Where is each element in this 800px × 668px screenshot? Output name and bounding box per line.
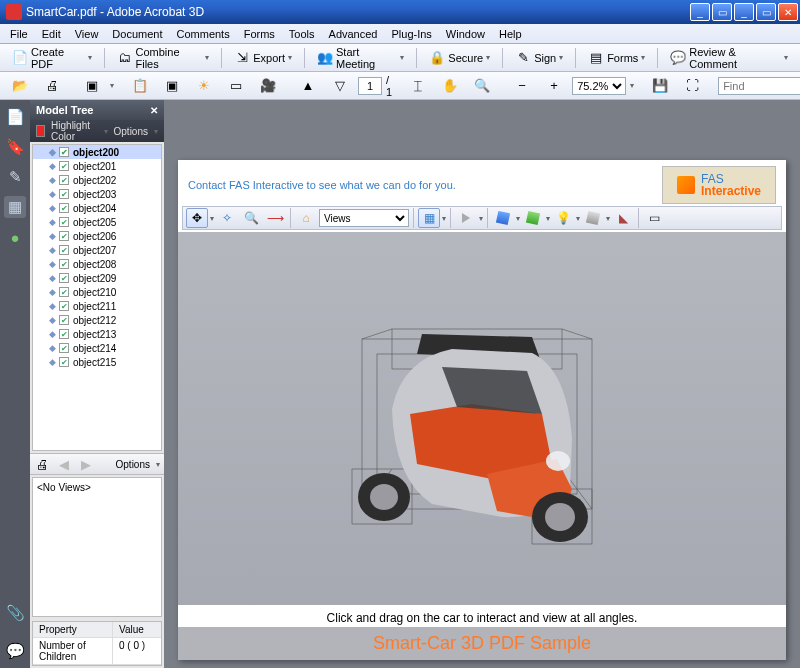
- tree-item-object212[interactable]: ◆✔object212: [33, 313, 161, 327]
- create-pdf-button[interactable]: 📄Create PDF ▾: [6, 43, 98, 73]
- tree-item-object210[interactable]: ◆✔object210: [33, 285, 161, 299]
- tree-item-object209[interactable]: ◆✔object209: [33, 271, 161, 285]
- sign-button[interactable]: ✎Sign ▾: [509, 47, 569, 69]
- tree-checkbox[interactable]: ✔: [59, 147, 69, 157]
- model-tree[interactable]: ◆✔object200◆✔object201◆✔object202◆✔objec…: [32, 144, 162, 451]
- fit-button[interactable]: ⛶: [678, 75, 706, 97]
- menu-document[interactable]: Document: [106, 26, 168, 42]
- find-input[interactable]: [718, 77, 800, 95]
- tree-item-object213[interactable]: ◆✔object213: [33, 327, 161, 341]
- tree-item-object203[interactable]: ◆✔object203: [33, 187, 161, 201]
- menu-tools[interactable]: Tools: [283, 26, 321, 42]
- 3d-cube2-button[interactable]: [522, 208, 544, 228]
- sidebar-pages-icon[interactable]: 📄: [4, 106, 26, 128]
- forms-button[interactable]: ▤Forms ▾: [582, 47, 651, 69]
- 3d-light-button[interactable]: 💡: [552, 208, 574, 228]
- next-page-button[interactable]: ▽: [326, 75, 354, 97]
- page-input[interactable]: [358, 77, 382, 95]
- 3d-cube1-button[interactable]: [492, 208, 514, 228]
- close-button[interactable]: ✕: [778, 3, 798, 21]
- menu-forms[interactable]: Forms: [238, 26, 281, 42]
- select-tool-button[interactable]: ⌶: [404, 75, 432, 97]
- maximize-button[interactable]: ▭: [756, 3, 776, 21]
- menu-file[interactable]: File: [4, 26, 34, 42]
- highlight-color-swatch[interactable]: [36, 125, 45, 137]
- user-restore-button[interactable]: ▭: [712, 3, 732, 21]
- tree-checkbox[interactable]: ✔: [59, 273, 69, 283]
- tree-checkbox[interactable]: ✔: [59, 161, 69, 171]
- 3d-extra-button[interactable]: ▭: [643, 208, 665, 228]
- tree-checkbox[interactable]: ✔: [59, 217, 69, 227]
- menu-comments[interactable]: Comments: [171, 26, 236, 42]
- sidebar-sign-icon[interactable]: ✎: [4, 166, 26, 188]
- start-meeting-button[interactable]: 👥Start Meeting ▾: [311, 43, 410, 73]
- menu-window[interactable]: Window: [440, 26, 491, 42]
- tree-checkbox[interactable]: ✔: [59, 203, 69, 213]
- sidebar-attach-icon[interactable]: 📎: [4, 602, 26, 624]
- 3d-views-select[interactable]: Views: [319, 209, 409, 227]
- menu-help[interactable]: Help: [493, 26, 528, 42]
- panel-close-button[interactable]: ✕: [150, 105, 158, 116]
- tree-item-object211[interactable]: ◆✔object211: [33, 299, 161, 313]
- zoom-select[interactable]: 75.2%: [572, 77, 626, 95]
- tree-checkbox[interactable]: ✔: [59, 245, 69, 255]
- attach-icon[interactable]: ▣: [78, 75, 106, 97]
- tree-checkbox[interactable]: ✔: [59, 259, 69, 269]
- 3d-bg-button[interactable]: [582, 208, 604, 228]
- tree-item-object206[interactable]: ◆✔object206: [33, 229, 161, 243]
- combine-files-button[interactable]: 🗂Combine Files ▾: [111, 43, 215, 73]
- 3d-button[interactable]: ▣: [158, 75, 186, 97]
- tree-item-object202[interactable]: ◆✔object202: [33, 173, 161, 187]
- menu-view[interactable]: View: [69, 26, 105, 42]
- tree-item-object208[interactable]: ◆✔object208: [33, 257, 161, 271]
- 3d-measure-button[interactable]: ⟶: [264, 208, 286, 228]
- 3d-zoom-button[interactable]: 🔍: [240, 208, 262, 228]
- tree-checkbox[interactable]: ✔: [59, 343, 69, 353]
- user-minimize-button[interactable]: _: [690, 3, 710, 21]
- tree-checkbox[interactable]: ✔: [59, 287, 69, 297]
- hand-tool-button[interactable]: ✋: [436, 75, 464, 97]
- 3d-rotate-button[interactable]: ✥: [186, 208, 208, 228]
- 3d-home-button[interactable]: ⌂: [295, 208, 317, 228]
- minimize-button[interactable]: _: [734, 3, 754, 21]
- tree-checkbox[interactable]: ✔: [59, 175, 69, 185]
- tree-item-object205[interactable]: ◆✔object205: [33, 215, 161, 229]
- tree-item-object201[interactable]: ◆✔object201: [33, 159, 161, 173]
- tree-checkbox[interactable]: ✔: [59, 231, 69, 241]
- zoom-tool-button[interactable]: 🔍: [468, 75, 496, 97]
- camera-button[interactable]: 🎥: [254, 75, 282, 97]
- sidebar-model-tree-icon[interactable]: ▦: [4, 196, 26, 218]
- highlight-color-label[interactable]: Highlight Color: [51, 120, 97, 142]
- menu-advanced[interactable]: Advanced: [323, 26, 384, 42]
- sidebar-comment-icon[interactable]: 💬: [4, 640, 26, 662]
- capture-button[interactable]: 📋: [126, 75, 154, 97]
- save-button[interactable]: 💾: [646, 75, 674, 97]
- tree-checkbox[interactable]: ✔: [59, 315, 69, 325]
- tree-item-object207[interactable]: ◆✔object207: [33, 243, 161, 257]
- tree-checkbox[interactable]: ✔: [59, 189, 69, 199]
- tree-item-object200[interactable]: ◆✔object200: [33, 145, 161, 159]
- 3d-proj-button[interactable]: ▦: [418, 208, 440, 228]
- sidebar-bookmarks-icon[interactable]: 🔖: [4, 136, 26, 158]
- print-button[interactable]: 🖨: [38, 75, 66, 97]
- 3d-play-button[interactable]: [455, 208, 477, 228]
- 3d-cross-button[interactable]: ◣: [612, 208, 634, 228]
- page-layout-button[interactable]: ▭: [222, 75, 250, 97]
- sun-button[interactable]: ☀: [190, 75, 218, 97]
- car-model[interactable]: [322, 279, 642, 559]
- review-button[interactable]: 💬Review & Comment ▾: [664, 43, 794, 73]
- export-button[interactable]: ⇲Export ▾: [228, 47, 298, 69]
- menu-plugins[interactable]: Plug-Ins: [385, 26, 437, 42]
- 3d-viewport[interactable]: [178, 232, 786, 605]
- prev-page-button[interactable]: ▲: [294, 75, 322, 97]
- tree-checkbox[interactable]: ✔: [59, 329, 69, 339]
- views-prev-icon[interactable]: ◀: [56, 456, 72, 472]
- 3d-pan-button[interactable]: ✧: [216, 208, 238, 228]
- views-options-button[interactable]: Options: [116, 459, 150, 470]
- zoom-in-button[interactable]: +: [540, 75, 568, 97]
- sidebar-help-icon[interactable]: ●: [4, 226, 26, 248]
- menu-edit[interactable]: Edit: [36, 26, 67, 42]
- panel-options-button[interactable]: Options: [114, 126, 148, 137]
- tree-checkbox[interactable]: ✔: [59, 357, 69, 367]
- views-list[interactable]: <No Views>: [32, 477, 162, 617]
